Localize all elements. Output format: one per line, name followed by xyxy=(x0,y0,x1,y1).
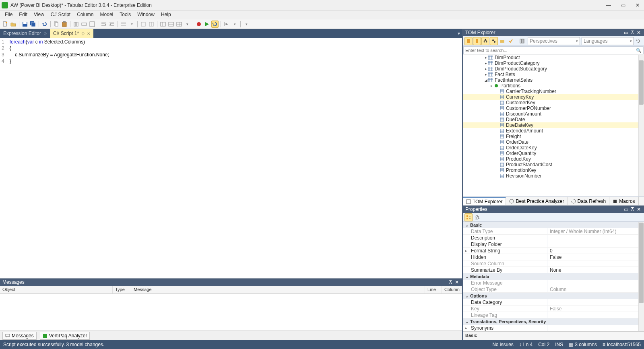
property-value[interactable] xyxy=(547,260,644,266)
tree-item[interactable]: OrderDateKey xyxy=(463,145,644,151)
menu-edit[interactable]: Edit xyxy=(16,10,31,19)
close-icon[interactable]: ✕ xyxy=(636,207,642,212)
tree-item[interactable]: ▸DimProductSubcategory xyxy=(463,66,644,72)
pin-icon[interactable]: ⊙ xyxy=(81,31,85,36)
property-row[interactable]: Lineage Tag xyxy=(463,312,644,318)
property-row[interactable]: Description xyxy=(463,235,644,241)
property-value[interactable]: Column xyxy=(547,286,644,292)
property-value[interactable] xyxy=(547,280,644,286)
tree-item[interactable]: DueDateKey xyxy=(463,122,644,128)
tree-item[interactable]: CarrierTrackingNumber xyxy=(463,89,644,94)
pin-icon[interactable]: ⊼ xyxy=(630,30,635,35)
scrollbar-thumb[interactable] xyxy=(639,223,644,303)
property-row[interactable]: Object TypeColumn xyxy=(463,286,644,293)
undo-icon[interactable] xyxy=(41,21,48,28)
property-row[interactable]: Source Column xyxy=(463,260,644,267)
tab-messages[interactable]: Messages xyxy=(2,332,37,340)
comment-icon[interactable] xyxy=(120,21,127,28)
tool-icon-1[interactable] xyxy=(72,21,80,28)
property-row[interactable]: KeyFalse xyxy=(463,306,644,312)
status-ins[interactable]: INS xyxy=(555,342,563,347)
expander-icon[interactable]: ▸ xyxy=(489,84,493,88)
property-value[interactable] xyxy=(547,325,644,331)
tree-item[interactable]: CurrencyKey xyxy=(463,94,644,100)
property-row[interactable]: Summarize ByNone xyxy=(463,267,644,273)
play-icon[interactable] xyxy=(203,21,211,28)
dropdown-icon[interactable]: ▾ xyxy=(231,21,238,28)
indent-icon[interactable] xyxy=(100,21,107,28)
window-icon[interactable]: ▭ xyxy=(623,207,629,212)
btab-tom-explorer[interactable]: TOM Explorer xyxy=(463,197,506,205)
search-input[interactable] xyxy=(465,48,636,53)
tab-expression-editor[interactable]: Expression Editor ⊙ xyxy=(0,29,50,38)
messages-grid[interactable]: Object Type Message Line Column xyxy=(0,286,462,330)
col-message[interactable]: Message xyxy=(131,286,425,293)
tree-item[interactable]: CustomerPONumber xyxy=(463,105,644,111)
col-object[interactable]: Object xyxy=(0,286,113,293)
tree-item[interactable]: Freight xyxy=(463,134,644,139)
pin-icon[interactable]: ⊼ xyxy=(630,207,635,212)
menu-csharp-script[interactable]: C# Script xyxy=(47,10,74,19)
tree-item[interactable]: ◢FactInternetSales xyxy=(463,77,644,83)
languages-dropdown[interactable]: Languages ▾ xyxy=(582,37,634,45)
tree-item[interactable]: ▸DimProductCategory xyxy=(463,60,644,66)
code-editor[interactable]: 1234 foreach(var c in Selected.Columns) … xyxy=(0,38,462,278)
tree-item[interactable]: DiscountAmount xyxy=(463,111,644,117)
tree-item[interactable]: DueDate xyxy=(463,117,644,122)
open-icon[interactable] xyxy=(10,21,17,28)
paste-icon[interactable] xyxy=(61,21,68,28)
tree-item[interactable]: OrderDate xyxy=(463,139,644,145)
menu-help[interactable]: Help xyxy=(158,10,174,19)
expander-icon[interactable]: ▸ xyxy=(484,56,488,60)
menu-window[interactable]: Window xyxy=(134,10,158,19)
chevron-right-icon[interactable]: ▸ xyxy=(465,326,469,330)
new-icon[interactable] xyxy=(2,21,9,28)
tool-icon-4[interactable] xyxy=(140,21,147,28)
close-icon[interactable]: ✕ xyxy=(454,279,460,285)
step-icon[interactable] xyxy=(223,21,230,28)
perspectives-dropdown[interactable]: Perspectives ▾ xyxy=(528,37,580,45)
tree-item[interactable]: ▸Partitions xyxy=(463,83,644,89)
col-line[interactable]: Line xyxy=(425,286,442,293)
col-column[interactable]: Column xyxy=(442,286,462,293)
btab-data-refresh[interactable]: Data Refresh xyxy=(568,197,610,205)
chevron-down-icon[interactable]: ⌄ xyxy=(465,275,470,279)
search-icon[interactable]: 🔍 xyxy=(636,48,642,53)
close-button[interactable]: ✕ xyxy=(633,1,642,9)
close-icon[interactable]: ✕ xyxy=(87,31,90,36)
hierarchy-icon[interactable] xyxy=(481,37,489,45)
window-icon[interactable]: ▭ xyxy=(623,30,629,35)
tool-icon-5[interactable] xyxy=(148,21,155,28)
scrollbar[interactable] xyxy=(638,55,644,196)
menu-view[interactable]: View xyxy=(31,10,47,19)
property-value[interactable]: Integer / Whole Number (Int64) xyxy=(547,228,644,234)
property-row[interactable]: ▸Synonyms xyxy=(463,325,644,331)
tree-item[interactable]: CustomerKey xyxy=(463,100,644,105)
refresh-icon[interactable] xyxy=(634,37,642,45)
uncomment-icon[interactable]: ▾ xyxy=(128,21,135,28)
filter-icon-1[interactable] xyxy=(464,37,473,45)
tree-item[interactable]: ExtendedAmount xyxy=(463,128,644,134)
status-host[interactable]: ≡ localhost:51565 xyxy=(603,342,641,347)
expander-icon[interactable]: ▸ xyxy=(484,61,488,65)
chevron-down-icon[interactable]: ⌄ xyxy=(465,294,470,298)
layout-icon-2[interactable] xyxy=(167,21,175,28)
menu-model[interactable]: Model xyxy=(97,10,117,19)
btab-macros[interactable]: Macros xyxy=(609,197,638,205)
save-icon[interactable] xyxy=(21,21,29,28)
layout-dropdown-icon[interactable]: ▾ xyxy=(184,21,191,28)
tab-vertipaq[interactable]: VertiPaq Analyzer xyxy=(40,332,90,340)
tab-overflow-icon[interactable]: ▾ xyxy=(456,29,462,38)
filter-icon-2[interactable] xyxy=(473,37,481,45)
property-category[interactable]: ⌄Options xyxy=(463,293,644,299)
tree-item[interactable]: ▸DimProduct xyxy=(463,55,644,60)
code-content[interactable]: foreach(var c in Selected.Columns) { c.S… xyxy=(7,38,462,278)
refresh-icon[interactable] xyxy=(211,21,219,28)
property-value[interactable] xyxy=(547,312,644,318)
tree-item[interactable]: RevisionNumber xyxy=(463,173,644,179)
layout-icon-3[interactable] xyxy=(175,21,183,28)
tool-icon-2[interactable] xyxy=(80,21,88,28)
property-value[interactable] xyxy=(547,241,644,247)
property-value[interactable]: None xyxy=(547,267,644,273)
close-icon[interactable]: ✕ xyxy=(636,30,642,35)
